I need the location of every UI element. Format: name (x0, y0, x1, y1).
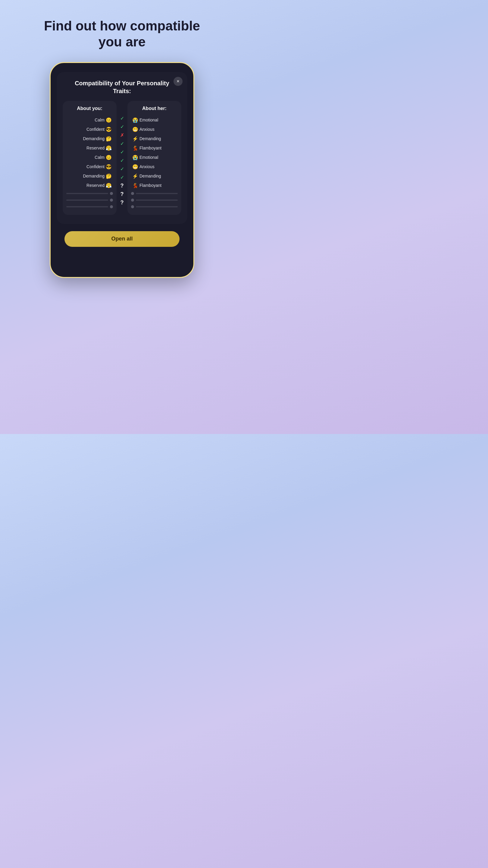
her-trait-emotional: 😭 Emotional (131, 116, 178, 125)
you-locked-row-1 (66, 190, 113, 197)
you-column-header: About you: (66, 106, 113, 111)
you-trait-calm-2: Calm 😐 (66, 153, 113, 162)
her-locked-row-2 (131, 197, 178, 204)
her-trait-emotional-2: 😭 Emotional (131, 153, 178, 162)
check-5: ✓ (120, 148, 124, 156)
open-all-button[interactable]: Open all (64, 231, 180, 247)
her-trait-demanding-2: ⚡ Demanding (131, 172, 178, 181)
you-trait-confident-2: Confident 😎 (66, 162, 113, 172)
check-6: ✓ (120, 156, 124, 165)
her-trait-demanding: ⚡ Demanding (131, 134, 178, 144)
check-q2: ? (121, 190, 124, 198)
check-1: ✓ (120, 114, 124, 123)
check-q3: ? (121, 198, 124, 207)
check-q1: ? (121, 182, 124, 190)
her-column-header: About her: (131, 106, 178, 111)
her-locked-row-3 (131, 204, 178, 210)
you-trait-calm: Calm 😐 (66, 116, 113, 125)
checks-column: ✓ ✓ ✗ ✓ ✓ ✓ ✓ ✓ ? ? ? (117, 101, 127, 207)
check-4: ✓ (120, 140, 124, 148)
you-trait-demanding: Demanding 🤔 (66, 134, 113, 144)
you-column: About you: Calm 😐 Confident 😎 Demanding … (63, 101, 117, 215)
check-3: ✗ (120, 131, 124, 140)
her-trait-flamboyant-2: 💃 Flamboyant (131, 181, 178, 190)
you-locked-row-2 (66, 197, 113, 204)
close-button[interactable]: × (173, 77, 183, 86)
check-7: ✓ (120, 165, 124, 173)
you-trait-demanding-2: Demanding 🤔 (66, 172, 113, 181)
you-trait-reserved-2: Reserved 😤 (66, 181, 113, 190)
modal-title: Compatibility of Your Personality Traits… (63, 79, 181, 95)
you-locked-row-3 (66, 204, 113, 210)
page-title: Find out how compatibleyou are (44, 18, 200, 50)
check-2: ✓ (120, 123, 124, 131)
her-trait-anxious-2: 😬 Anxious (131, 162, 178, 172)
her-trait-flamboyant: 💃 Flamboyant (131, 144, 178, 153)
phone-shell: × Compatibility of Your Personality Trai… (50, 62, 194, 278)
her-trait-anxious: 😬 Anxious (131, 125, 178, 134)
her-column: About her: 😭 Emotional 😬 Anxious ⚡ Deman… (127, 101, 181, 215)
check-8: ✓ (120, 173, 124, 182)
you-trait-reserved: Reserved 😤 (66, 144, 113, 153)
you-trait-confident: Confident 😎 (66, 125, 113, 134)
her-locked-row-1 (131, 190, 178, 197)
modal-card: × Compatibility of Your Personality Trai… (57, 72, 187, 224)
